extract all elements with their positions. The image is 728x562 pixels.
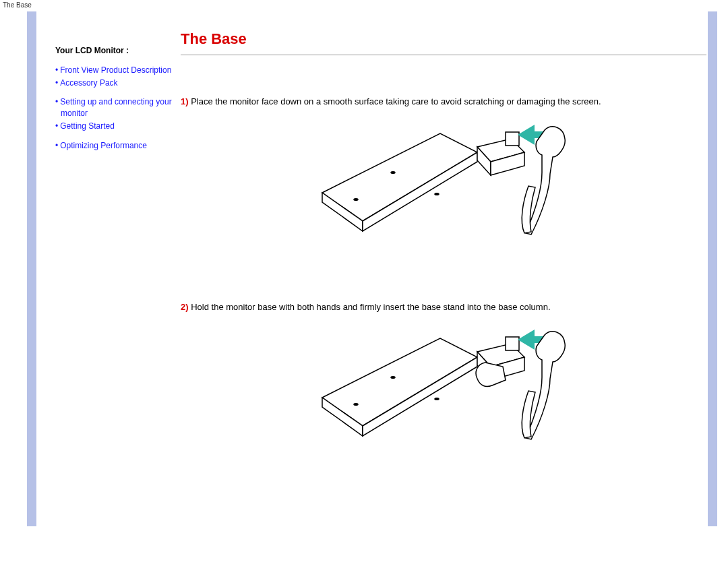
step-number: 2): [181, 302, 189, 312]
bullet-icon: •: [55, 78, 58, 88]
sidebar-link-accessory-pack[interactable]: •Accessory Pack: [55, 77, 177, 89]
sidebar-title: Your LCD Monitor :: [55, 45, 177, 57]
svg-point-5: [435, 398, 439, 400]
sidebar: Your LCD Monitor : •Front View Product D…: [55, 45, 177, 160]
page-outer: Your LCD Monitor : •Front View Product D…: [0, 11, 728, 526]
sidebar-link-getting-started[interactable]: •Getting Started: [55, 121, 177, 132]
illustration-1-wrap: [181, 120, 706, 247]
sidebar-link-optimizing[interactable]: •Optimizing Performance: [55, 140, 177, 152]
bullet-icon: •: [55, 65, 58, 75]
illustration-monitor-base-insert-1: [309, 120, 578, 247]
svg-point-6: [354, 404, 358, 406]
content-area: Your LCD Monitor : •Front View Product D…: [40, 11, 728, 526]
left-decor-stripe: [27, 11, 36, 526]
sidebar-group-1: •Front View Product Description •Accesso…: [55, 65, 177, 89]
step-text: Hold the monitor base with both hands an…: [191, 302, 550, 312]
sidebar-group-2: •Setting up and connecting your monitor …: [55, 96, 177, 131]
sidebar-group-3: •Optimizing Performance: [55, 140, 177, 152]
sidebar-item-label: Front View Product Description: [60, 65, 171, 75]
svg-point-0: [391, 171, 395, 173]
bullet-icon: •: [55, 121, 58, 131]
sidebar-item-label: Setting up and connecting your monitor: [60, 97, 171, 118]
main-column: The Base 1) Place the monitor face down …: [181, 30, 706, 452]
sidebar-item-label: Accessory Pack: [60, 78, 117, 88]
svg-rect-7: [506, 337, 519, 350]
step-number: 1): [181, 96, 189, 106]
step-2: 2) Hold the monitor base with both hands…: [181, 301, 706, 313]
sidebar-item-label: Optimizing Performance: [60, 141, 147, 150]
bullet-icon: •: [55, 141, 58, 150]
step-text: Place the monitor face down on a smooth …: [191, 96, 601, 106]
svg-rect-3: [506, 132, 519, 146]
step-1: 1) Place the monitor face down on a smoo…: [181, 96, 706, 108]
svg-point-2: [354, 198, 358, 200]
svg-point-4: [391, 377, 395, 379]
sidebar-link-setup-connect[interactable]: •Setting up and connecting your monitor: [55, 96, 177, 119]
title-rule: [181, 55, 706, 55]
sidebar-link-front-view[interactable]: •Front View Product Description: [55, 65, 177, 76]
sidebar-item-label: Getting Started: [60, 121, 115, 131]
illustration-monitor-base-insert-2: [309, 325, 578, 452]
bullet-icon: •: [55, 97, 58, 106]
browser-tab-title: The Base: [0, 0, 728, 10]
svg-point-1: [435, 193, 439, 195]
page-title: The Base: [181, 30, 706, 48]
illustration-2-wrap: [181, 325, 706, 452]
